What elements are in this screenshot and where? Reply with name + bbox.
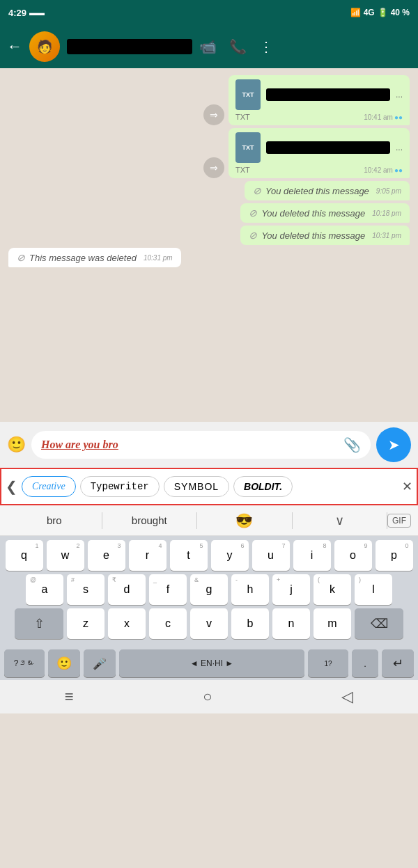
keyboard-row-1: 1q 2w 3e 4r 5t 6y 7u 8i 9o 0p	[3, 540, 415, 571]
deleted-icon: ⊘	[249, 230, 257, 241]
back-button[interactable]: ←	[7, 38, 22, 56]
header-actions: 📹 📞 ⋮	[199, 38, 273, 55]
autocomplete-word-2[interactable]: brought	[102, 512, 197, 529]
file-icon-label: TXT	[242, 144, 254, 151]
autocomplete-emoji[interactable]: 😎	[197, 512, 292, 529]
file-icon-label: TXT	[242, 91, 254, 98]
file-type-label: TXT	[235, 113, 250, 121]
font-chip-typewriter[interactable]: Typewriter	[80, 476, 160, 497]
key-r[interactable]: 4r	[129, 540, 167, 571]
font-selector-close-button[interactable]: ✕	[402, 479, 412, 494]
message-time: 10:42 am	[364, 166, 393, 174]
key-t[interactable]: 5t	[170, 540, 208, 571]
keyboard-row-3: ⇧ z x c v b n m ⌫	[3, 608, 415, 639]
status-time: 4:29 ▬▬	[8, 8, 45, 18]
network-label: 4G	[364, 8, 375, 17]
key-o[interactable]: 9o	[334, 540, 372, 571]
input-area: 🙂 How are you bro 📎 ➤	[0, 422, 418, 468]
font-chip-symbol[interactable]: SYMBOL	[164, 476, 229, 497]
key-l[interactable]: )l	[355, 574, 392, 605]
enter-key[interactable]: ↵	[382, 649, 414, 677]
key-s[interactable]: #s	[67, 574, 104, 605]
file-ellipsis: ...	[396, 90, 403, 100]
attach-icon[interactable]: 📎	[343, 436, 361, 453]
key-e[interactable]: 3e	[88, 540, 125, 571]
backspace-key[interactable]: ⌫	[355, 608, 403, 639]
bottom-nav-bar: ≡ ○ ◁	[0, 680, 418, 713]
autocomplete-more-button[interactable]: ∨	[293, 513, 387, 528]
lang-key[interactable]: 1?	[308, 649, 348, 677]
shift-key[interactable]: ⇧	[15, 608, 63, 639]
battery-icon: 🔋	[378, 8, 388, 17]
emoji-button[interactable]: 🙂	[7, 436, 26, 454]
avatar-image: 🧑	[29, 31, 60, 62]
chat-area: ⇒ TXT ... TXT 10:41 am ●● ⇒	[0, 68, 418, 422]
deleted-text: You deleted this message	[265, 186, 369, 196]
message-time: 10:41 am	[364, 113, 393, 121]
file-type-icon: TXT	[235, 132, 261, 163]
font-chip-creative[interactable]: Creative	[22, 476, 76, 497]
font-selector-bar: ❮ Creative Typewriter SYMBOL BOLDIT. ✕	[0, 468, 418, 505]
deleted-message-received-bubble: ⊘ This message was deleted 10:31 pm	[8, 248, 181, 267]
file-name-redacted	[266, 141, 390, 154]
key-n[interactable]: n	[272, 608, 310, 639]
deleted-message-bubble: ⊘ You deleted this message 10:31 pm	[240, 226, 410, 245]
key-f[interactable]: _f	[149, 574, 187, 605]
sent-file-bubble: TXT ... TXT 10:41 am ●●	[229, 75, 410, 125]
key-j[interactable]: +j	[272, 574, 310, 605]
file-footer: TXT 10:42 am ●●	[235, 166, 403, 174]
forward-icon[interactable]: ⇒	[203, 104, 224, 125]
key-h[interactable]: -h	[231, 574, 269, 605]
read-ticks: ●●	[394, 166, 403, 174]
message-row: ⇒ TXT ... TXT 10:42 am ●●	[8, 128, 410, 178]
mic-key[interactable]: 🎤	[84, 649, 116, 677]
period-key[interactable]: .	[352, 649, 378, 677]
voice-call-icon[interactable]: 📞	[229, 38, 247, 55]
key-m[interactable]: m	[314, 608, 351, 639]
emoji-key[interactable]: 🙂	[48, 649, 80, 677]
font-chip-boldit[interactable]: BOLDIT.	[233, 476, 293, 497]
key-u[interactable]: 7u	[252, 540, 290, 571]
key-z[interactable]: z	[67, 608, 104, 639]
key-d[interactable]: ₹d	[108, 574, 146, 605]
message-input-box[interactable]: How are you bro 📎	[31, 431, 371, 459]
nav-home-icon[interactable]: ○	[203, 688, 212, 706]
keyboard: 1q 2w 3e 4r 5t 6y 7u 8i 9o 0p @a #s ₹d _…	[0, 536, 418, 647]
nav-back-icon[interactable]: ◁	[341, 688, 353, 706]
video-call-icon[interactable]: 📹	[199, 38, 217, 55]
send-button[interactable]: ➤	[376, 427, 411, 462]
avatar[interactable]: 🧑	[29, 31, 60, 62]
file-type-icon: TXT	[235, 79, 261, 110]
message-row: ⊘ You deleted this message 9:05 pm	[8, 181, 410, 200]
key-a[interactable]: @a	[26, 574, 63, 605]
keyboard-row-2: @a #s ₹d _f &g -h +j (k )l	[3, 574, 415, 605]
deleted-icon: ⊘	[17, 252, 25, 263]
key-y[interactable]: 6y	[211, 540, 249, 571]
nav-menu-icon[interactable]: ≡	[65, 688, 74, 706]
key-q[interactable]: 1q	[6, 540, 43, 571]
file-footer: TXT 10:41 am ●●	[235, 113, 403, 121]
key-g[interactable]: &g	[190, 574, 228, 605]
key-p[interactable]: 0p	[376, 540, 413, 571]
autocomplete-word-1[interactable]: bro	[7, 512, 102, 529]
deleted-text: You deleted this message	[261, 208, 365, 219]
key-c[interactable]: c	[149, 608, 187, 639]
message-row: ⊘ This message was deleted 10:31 pm	[8, 248, 410, 267]
forward-icon[interactable]: ⇒	[203, 157, 224, 178]
deleted-time: 10:31 pm	[144, 254, 173, 262]
key-x[interactable]: x	[108, 608, 146, 639]
menu-icon[interactable]: ⋮	[259, 38, 273, 55]
sim-icon: ▬▬	[29, 8, 45, 17]
key-i[interactable]: 8i	[293, 540, 331, 571]
key-b[interactable]: b	[231, 608, 269, 639]
gif-button[interactable]: GIF	[387, 514, 411, 528]
key-v[interactable]: v	[190, 608, 228, 639]
deleted-text: This message was deleted	[29, 253, 137, 263]
symbols-key[interactable]: ?೨೩	[4, 649, 45, 677]
read-ticks: ●●	[394, 113, 403, 121]
battery-label: 40 %	[391, 8, 410, 17]
space-key[interactable]: ◄ EN·HI ►	[119, 649, 304, 677]
font-scroll-left-button[interactable]: ❮	[6, 478, 17, 495]
key-w[interactable]: 2w	[47, 540, 84, 571]
key-k[interactable]: (k	[314, 574, 351, 605]
